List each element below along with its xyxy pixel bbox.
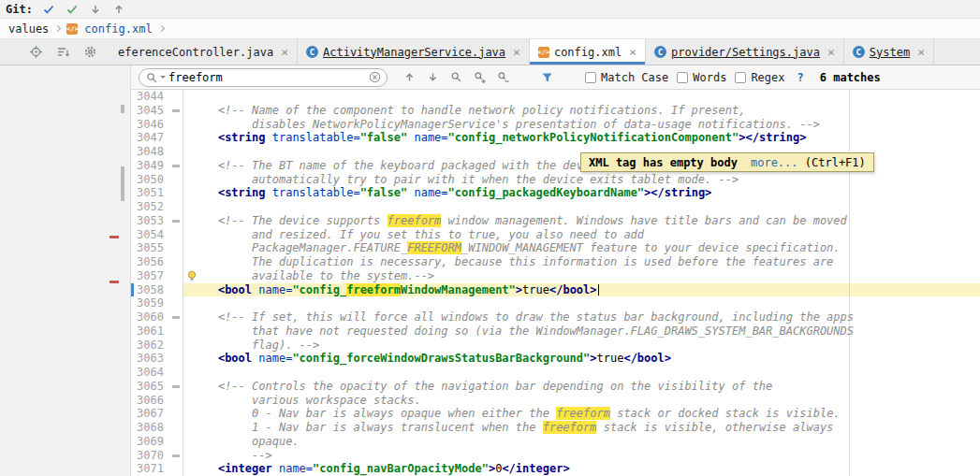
line-number[interactable]: 3055 — [131, 241, 168, 255]
close-tab-icon[interactable]: × — [917, 46, 925, 58]
line-number[interactable]: 3052 — [131, 200, 168, 214]
line-number[interactable]: 3070 — [131, 449, 168, 463]
line-number[interactable]: 3049 — [131, 159, 168, 173]
code-line[interactable]: 3064 — [131, 366, 980, 380]
close-tab-icon[interactable]: × — [281, 46, 288, 58]
tooltip-more-link[interactable]: more... — [751, 156, 798, 169]
line-number[interactable]: 3045 — [131, 104, 168, 118]
add-occurrence-icon[interactable] — [472, 70, 487, 85]
remove-occurrence-icon[interactable] — [495, 70, 510, 85]
checkbox-icon[interactable] — [677, 72, 688, 83]
line-number[interactable]: 3069 — [131, 435, 168, 449]
code-line[interactable]: 3069 opaque. — [131, 435, 980, 449]
code-line[interactable]: 3060 <!-- If set, this will force all wi… — [131, 310, 980, 325]
code-line[interactable]: 3068 1 - Nav bar is always translucent w… — [131, 421, 980, 435]
code-line[interactable]: 3063 <bool name="config_forceWindowDraws… — [131, 352, 980, 366]
code-line[interactable]: 3057 available to the system.--> — [131, 269, 980, 283]
arrow-up-icon[interactable] — [111, 2, 126, 17]
close-tab-icon[interactable]: × — [629, 46, 636, 58]
fold-marker[interactable] — [168, 380, 183, 394]
previous-match-icon[interactable] — [402, 70, 417, 85]
code-line[interactable]: 3061 that have not requested doing so (v… — [131, 325, 980, 339]
code-line[interactable]: 3046 disables NetworkPolicyManagerServic… — [131, 118, 980, 132]
sort-tabs-icon[interactable] — [55, 45, 70, 60]
tab-system[interactable]: CSystem× — [844, 39, 934, 65]
code-line[interactable]: 3066 various workspace stacks. — [131, 394, 980, 408]
fold-marker[interactable] — [168, 159, 183, 173]
line-number[interactable]: 3061 — [131, 325, 168, 339]
fold-gutter — [168, 462, 183, 476]
code-line[interactable]: 3047 <string translatable="false" name="… — [131, 131, 980, 145]
line-number[interactable]: 3044 — [131, 90, 168, 104]
locate-file-icon[interactable] — [28, 45, 43, 60]
code-line[interactable]: 3058 <bool name="config_freeformWindowMa… — [131, 283, 980, 297]
close-tab-icon[interactable]: × — [513, 46, 520, 58]
code-line[interactable]: 3056 The duplication is necessary, becau… — [131, 255, 980, 269]
code-line[interactable]: 3054 and resized. If you set this to tru… — [131, 228, 980, 242]
code-line[interactable]: 3067 0 - Nav bar is always opaque when e… — [131, 407, 980, 421]
line-number[interactable]: 3056 — [131, 255, 168, 269]
code-line[interactable]: 3065 <!-- Controls the opacity of the na… — [131, 380, 980, 394]
line-number[interactable]: 3050 — [131, 173, 168, 187]
code-line[interactable]: 3062 flag). --> — [131, 339, 980, 353]
tab-activitymanagerservice-java[interactable]: CActivityManagerService.java× — [298, 39, 530, 65]
check-blue-icon[interactable] — [41, 2, 56, 17]
checkbox-icon[interactable] — [585, 72, 596, 83]
breadcrumb-folder[interactable]: values — [8, 22, 49, 36]
line-number[interactable]: 3054 — [131, 228, 168, 242]
line-number[interactable]: 3051 — [131, 186, 168, 200]
editor[interactable]: 30443045 <!-- Name of the component to h… — [131, 90, 980, 476]
fold-marker[interactable] — [168, 310, 183, 325]
line-number[interactable]: 3048 — [131, 145, 168, 159]
words-checkbox[interactable]: Words — [677, 71, 726, 84]
code-line[interactable]: 3044 — [131, 90, 980, 104]
arrow-down-icon[interactable] — [88, 2, 103, 17]
line-number[interactable]: 3046 — [131, 118, 168, 132]
fold-marker[interactable] — [168, 449, 183, 463]
next-match-icon[interactable] — [425, 70, 440, 85]
fold-marker[interactable] — [168, 104, 183, 118]
search-history-dropdown-icon[interactable] — [160, 76, 166, 79]
find-occurrence-icon[interactable] — [448, 70, 463, 85]
checkbox-icon[interactable] — [735, 72, 746, 83]
line-number[interactable]: 3062 — [131, 339, 168, 353]
code-line[interactable]: 3050 automatically try to pair with it w… — [131, 173, 980, 187]
code-line[interactable]: 3053 <!-- The device supports freeform w… — [131, 214, 980, 228]
line-number[interactable]: 3047 — [131, 131, 168, 145]
line-number[interactable]: 3059 — [131, 296, 168, 310]
line-number[interactable]: 3053 — [131, 214, 168, 228]
check-green-icon[interactable] — [65, 2, 80, 17]
line-number[interactable]: 3071 — [131, 462, 168, 476]
clear-search-icon[interactable] — [368, 70, 381, 85]
line-number[interactable]: 3068 — [131, 421, 168, 435]
line-number[interactable]: 3060 — [131, 310, 168, 325]
gear-icon[interactable] — [82, 45, 97, 60]
line-number[interactable]: 3058 — [131, 283, 168, 297]
tab-eferencecontroller-java[interactable]: eferenceController.java× — [110, 39, 298, 65]
help-link[interactable]: ? — [797, 71, 804, 84]
line-number[interactable]: 3064 — [131, 366, 168, 380]
code-line[interactable]: 3055 PackageManager.FEATURE_FREEFORM_WIN… — [131, 241, 980, 255]
search-input[interactable] — [168, 71, 365, 84]
line-number[interactable]: 3067 — [131, 407, 168, 421]
search-field[interactable] — [139, 68, 388, 87]
code-line[interactable]: 3071 <integer name="config_navBarOpacity… — [131, 462, 980, 476]
tab-config-xml[interactable]: config.xml× — [530, 39, 646, 65]
line-number[interactable]: 3066 — [131, 394, 168, 408]
fold-marker[interactable] — [168, 214, 183, 228]
line-number[interactable]: 3065 — [131, 380, 168, 394]
close-tab-icon[interactable]: × — [827, 46, 835, 58]
match-case-checkbox[interactable]: Match Case — [585, 71, 668, 84]
code-line[interactable]: 3070 --> — [131, 449, 980, 463]
tab-provider-settings-java[interactable]: Cprovider/Settings.java× — [646, 39, 844, 65]
left-panel — [0, 65, 131, 476]
line-number[interactable]: 3063 — [131, 352, 168, 366]
code-line[interactable]: 3045 <!-- Name of the component to handl… — [131, 104, 980, 118]
line-number[interactable]: 3057 — [131, 269, 168, 283]
regex-checkbox[interactable]: Regex — [735, 71, 784, 84]
code-line[interactable]: 3059 — [131, 296, 980, 310]
breadcrumb-file[interactable]: config.xml — [84, 22, 152, 36]
code-line[interactable]: 3052 — [131, 200, 980, 214]
code-line[interactable]: 3051 <string translatable="false" name="… — [131, 186, 980, 200]
filter-funnel-icon[interactable] — [539, 70, 554, 85]
